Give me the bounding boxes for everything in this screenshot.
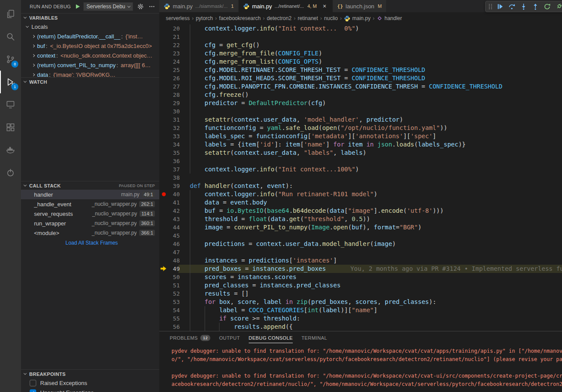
glyph-margin[interactable] [159,58,169,66]
line-gutter[interactable]: 20 [159,24,180,33]
stack-frame-row[interactable]: handlermain.py49:1 [21,190,159,199]
glyph-margin[interactable] [159,107,169,116]
close-tab-icon[interactable]: × [321,3,328,10]
variable-row[interactable]: context:<nuclio_sdk.context.Context obje… [21,51,159,60]
glyph-margin[interactable] [159,99,169,107]
code-line-45[interactable]: 45 [159,232,562,240]
step-out-button[interactable] [530,2,541,11]
code-line-52[interactable]: 52 results = [] [159,290,562,298]
start-debugging-button[interactable] [76,4,80,9]
line-gutter[interactable]: 48 [159,256,180,265]
breakpoint-row[interactable]: Raised Exceptions [21,378,159,388]
breakpoint-row[interactable]: ✓Uncaught Exceptions [21,388,159,392]
code-line-35[interactable]: 35 setattr(context.user_data, "labels", … [159,149,562,157]
line-gutter[interactable]: 51 [159,281,180,290]
line-gutter[interactable]: 37 [159,165,180,174]
breadcrumb-item-serverless[interactable]: serverless [166,15,190,21]
line-gutter[interactable]: 33 [159,132,180,140]
editor-tab-main.py[interactable]: main.py.../siammask/...1 [159,0,239,12]
glyph-margin[interactable] [159,132,169,140]
glyph-margin[interactable] [159,116,169,124]
code-line-47[interactable]: 47 [159,248,562,256]
glyph-margin[interactable] [159,215,169,223]
line-gutter[interactable]: 40 [159,190,180,198]
variable-row[interactable]: (return) DefaultPredictor.__call__:{'ins… [21,31,159,41]
line-gutter[interactable]: 21 [159,33,180,41]
glyph-margin[interactable] [159,182,169,190]
panel-tab-problems[interactable]: PROBLEMS12 [165,331,215,344]
code-line-44[interactable]: 44 image = convert_PIL_to_numpy(Image.op… [159,223,562,232]
glyph-margin[interactable] [159,281,169,290]
code-line-29[interactable]: 29 predictor = DefaultPredictor(cfg) [159,99,562,107]
breadcrumb-item-main.py[interactable]: main.py [344,15,370,22]
glyph-margin[interactable] [159,248,169,256]
code-line-40[interactable]: 40 context.logger.info("Run retinanet-R1… [159,190,562,198]
code-line-49[interactable]: 49 pred_boxes = instances.pred_boxesYou,… [159,265,562,273]
glyph-margin[interactable] [159,223,169,232]
line-gutter[interactable]: 32 [159,124,180,132]
line-gutter[interactable]: 26 [159,74,180,82]
glyph-margin[interactable] [159,190,169,198]
activity-item-source-control[interactable]: 8 [0,48,21,71]
line-gutter[interactable]: 23 [159,49,180,58]
glyph-margin[interactable] [159,256,169,265]
glyph-margin[interactable] [159,24,169,33]
code-line-22[interactable]: 22 cfg = get_cfg() [159,41,562,49]
glyph-margin[interactable] [159,174,169,182]
stack-frame-row[interactable]: _handle_event_nuclio_wrapper.py262:1 [21,199,159,209]
code-line-27[interactable]: 27 cfg.MODEL.PANOPTIC_FPN.COMBINE.INSTAN… [159,82,562,91]
code-line-54[interactable]: 54 label = COCO_CATEGORIES[int(label)]["… [159,306,562,314]
breadcrumb-item-pytorch[interactable]: pytorch [196,15,213,21]
stack-frame-row[interactable]: serve_requests_nuclio_wrapper.py114:1 [21,209,159,218]
glyph-margin[interactable] [159,157,169,165]
line-gutter[interactable]: 47 [159,248,180,256]
activity-item-search[interactable] [0,25,21,48]
glyph-margin[interactable] [159,66,169,74]
glyph-margin[interactable] [159,49,169,58]
code-line-42[interactable]: 42 buf = io.BytesIO(base64.b64decode(dat… [159,207,562,215]
breakpoint-checkbox[interactable]: ✓ [30,389,36,392]
glyph-margin[interactable] [159,298,169,306]
code-line-46[interactable]: 46 predictions = context.user_data.model… [159,240,562,248]
glyph-margin[interactable] [159,265,169,273]
activity-item-power[interactable] [0,161,21,184]
code-line-23[interactable]: 23 cfg.merge_from_file(CONFIG_FILE) [159,49,562,58]
scope-locals[interactable]: Locals [21,22,159,31]
line-gutter[interactable]: 45 [159,232,180,240]
breadcrumb-item-facebookresearch[interactable]: facebookresearch [219,15,260,21]
glyph-margin[interactable] [159,33,169,41]
activity-item-run-and-debug[interactable]: 1 [0,71,21,93]
code-line-37[interactable]: 37 context.logger.info("Init context...1… [159,165,562,174]
code-line-25[interactable]: 25 cfg.MODEL.RETINANET.SCORE_THRESH_TEST… [159,66,562,74]
code-line-20[interactable]: 20 context.logger.info("Init context... … [159,24,562,33]
activity-item-remote-explorer[interactable] [0,93,21,116]
code-line-43[interactable]: 43 threshold = float(data.get("threshold… [159,215,562,223]
line-gutter[interactable]: 34 [159,140,180,149]
breakpoint-checkbox[interactable] [30,380,36,386]
line-gutter[interactable]: 52 [159,290,180,298]
breakpoints-section-header[interactable]: BREAKPOINTS [21,369,159,378]
glyph-margin[interactable] [159,323,169,331]
line-gutter[interactable]: 35 [159,149,180,157]
glyph-margin[interactable] [159,198,169,207]
more-actions-icon[interactable] [148,2,156,11]
code-line-41[interactable]: 41 data = event.body [159,198,562,207]
watch-section-header[interactable]: WATCH [21,77,159,86]
line-gutter[interactable]: 46 [159,240,180,248]
code-line-34[interactable]: 34 labels = {item['id']: item['name'] fo… [159,140,562,149]
breadcrumb-item-retinanet[interactable]: retinanet [298,15,318,21]
line-gutter[interactable]: 36 [159,157,180,165]
line-gutter[interactable]: 53 [159,298,180,306]
variable-row[interactable]: (return) convert_PIL_to_numpy:array([[[ … [21,60,159,70]
line-gutter[interactable]: 22 [159,41,180,49]
activity-item-docker[interactable] [0,139,21,161]
continue-button[interactable] [494,2,505,11]
breadcrumb-item-handler[interactable]: handler [377,15,402,21]
glyph-margin[interactable] [159,273,169,281]
glyph-margin[interactable] [159,124,169,132]
code-line-28[interactable]: 28 cfg.freeze() [159,91,562,99]
line-gutter[interactable]: 39 [159,182,180,190]
code-line-48[interactable]: 48 instances = predictions['instances'] [159,256,562,265]
debug-console-output[interactable]: pydev debugger: unable to find translati… [159,344,562,392]
debug-toolbar-drag-handle[interactable] [487,2,493,11]
